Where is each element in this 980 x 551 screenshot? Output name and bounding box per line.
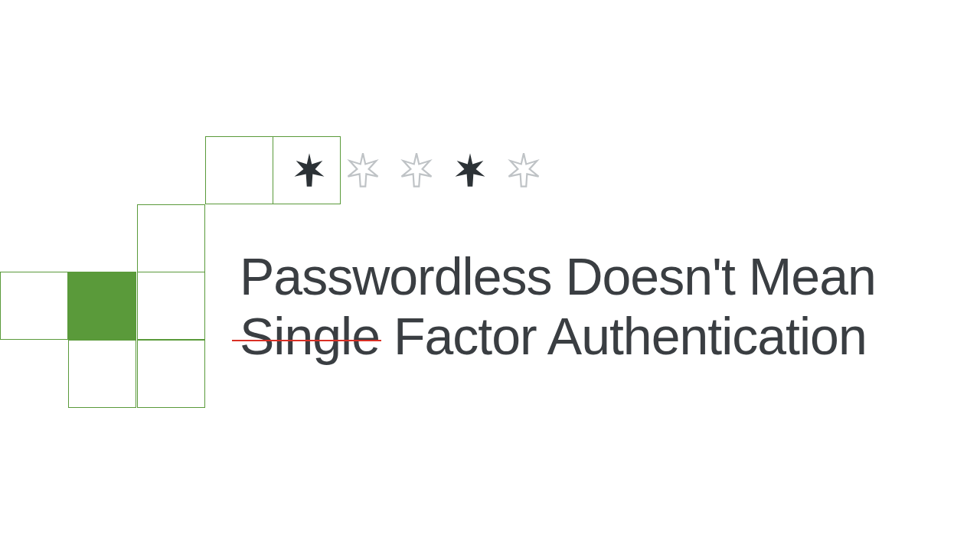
- asterisk-row: [289, 150, 544, 190]
- headline-rest: Factor Authentication: [380, 307, 867, 365]
- asterisk-icon: [343, 150, 383, 190]
- headline-line2: Single Factor Authentication: [240, 306, 876, 366]
- grid-cell: [137, 272, 205, 340]
- asterisk-icon: [450, 150, 490, 190]
- grid-cell: [68, 340, 136, 408]
- asterisk-icon: [397, 150, 436, 190]
- grid-cell: [0, 272, 68, 340]
- grid-cell: [137, 204, 205, 272]
- grid-cell: [137, 340, 205, 408]
- headline: Passwordless Doesn't Mean Single Factor …: [240, 246, 876, 366]
- headline-struck-word: Single: [240, 306, 380, 366]
- headline-line1: Passwordless Doesn't Mean: [240, 246, 876, 306]
- asterisk-icon: [504, 150, 544, 190]
- grid-cell: [205, 136, 273, 204]
- grid-cell-filled: [68, 272, 136, 340]
- asterisk-icon: [289, 150, 329, 190]
